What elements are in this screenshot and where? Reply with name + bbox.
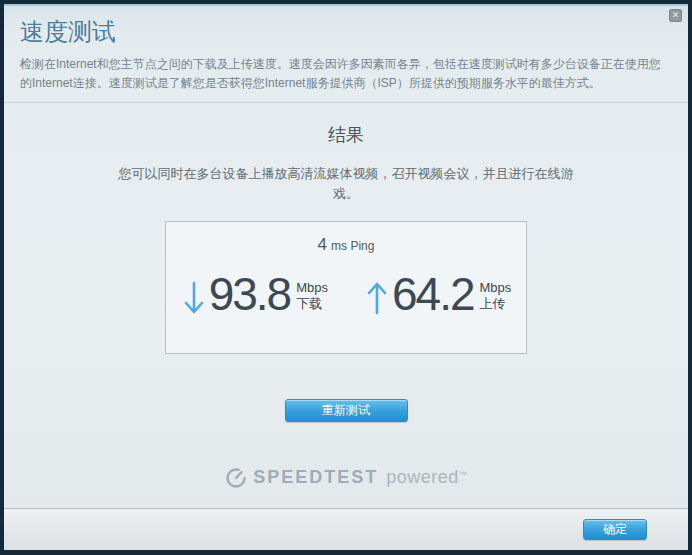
close-icon[interactable]: ✕ (669, 9, 682, 22)
upload-arrow-icon (364, 279, 390, 317)
download-units: Mbps 下载 (296, 280, 328, 313)
upload-unit: Mbps (480, 280, 512, 295)
trademark-symbol: ™ (459, 470, 467, 479)
ping-unit: ms Ping (331, 239, 374, 253)
speedtest-branding: SPEEDTEST powered ™ (4, 466, 688, 488)
speed-result-box: 4ms Ping 93.8 Mbps 下载 (165, 221, 527, 354)
upload-units: Mbps 上传 (480, 280, 512, 313)
speed-test-dialog: ✕ 速度测试 检测在Internet和您主节点之间的下载及上传速度。速度会因许多… (4, 4, 688, 550)
dialog-header: 速度测试 检测在Internet和您主节点之间的下载及上传速度。速度会因许多因素… (4, 6, 688, 103)
results-summary: 您可以同时在多台设备上播放高清流媒体视频，召开视频会议，并且进行在线游戏。 (111, 164, 581, 203)
speeds-row: 93.8 Mbps 下载 64.2 Mbps 上传 (166, 267, 526, 321)
download-unit: Mbps (296, 280, 328, 295)
powered-label: powered (386, 467, 459, 488)
results-section: 结果 您可以同时在多台设备上播放高清流媒体视频，召开视频会议，并且进行在线游戏。… (4, 123, 688, 488)
download-speed: 93.8 Mbps 下载 (181, 267, 328, 321)
ping-value: 4 (318, 235, 327, 254)
upload-value: 64.2 (392, 267, 474, 321)
dialog-footer: 确定 (4, 508, 688, 550)
results-heading: 结果 (4, 123, 688, 147)
dialog-description: 检测在Internet和您主节点之间的下载及上传速度。速度会因许多因素而各异，包… (20, 55, 672, 92)
download-label: 下载 (296, 296, 322, 311)
speedtest-gauge-icon (225, 466, 247, 488)
upload-speed: 64.2 Mbps 上传 (364, 267, 511, 321)
ping-row: 4ms Ping (166, 235, 526, 255)
page-title: 速度测试 (20, 16, 672, 48)
ok-button[interactable]: 确定 (583, 519, 647, 540)
download-value: 93.8 (209, 267, 291, 321)
speedtest-wordmark: SPEEDTEST (253, 467, 378, 488)
upload-label: 上传 (480, 296, 506, 311)
download-arrow-icon (181, 279, 207, 317)
retest-button[interactable]: 重新测试 (285, 399, 408, 422)
